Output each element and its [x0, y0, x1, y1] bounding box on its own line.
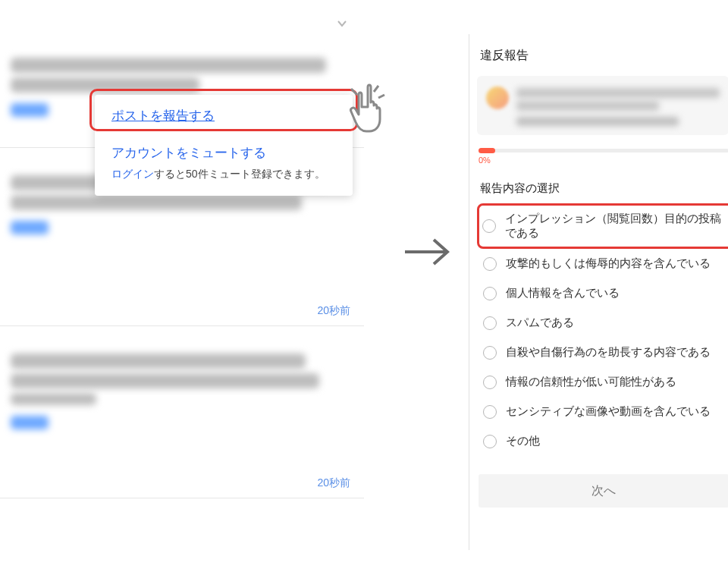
report-option-offensive[interactable]: 攻撃的もしくは侮辱的内容を含んでいる: [479, 249, 728, 278]
report-post-link[interactable]: ポストを報告する: [111, 108, 215, 123]
feed-column: 20秒前 20秒前 ポストを報告する アカウントをミュートする ログインすると5…: [0, 0, 364, 569]
report-option-label: 攻撃的もしくは侮辱的内容を含んでいる: [506, 256, 711, 271]
report-option-personal-info[interactable]: 個人情報を含んでいる: [479, 278, 728, 308]
report-option-label: 情報の信頼性が低い可能性がある: [506, 375, 676, 389]
progress-bar: 0%: [479, 149, 728, 165]
next-button[interactable]: 次へ: [479, 474, 728, 508]
mute-account-title: アカウントをミュートする: [111, 144, 339, 162]
radio-icon[interactable]: [483, 287, 497, 300]
chevron-down-icon[interactable]: [337, 18, 347, 29]
report-reason-options: インプレッション（閲覧回数）目的の投稿である 攻撃的もしくは侮辱的内容を含んでい…: [479, 203, 728, 456]
radio-icon[interactable]: [483, 346, 497, 360]
report-option-label: 個人情報を含んでいる: [506, 286, 620, 300]
report-option-sensitive-media[interactable]: センシティブな画像や動画を含んでいる: [479, 397, 728, 426]
arrow-right-icon: [402, 235, 455, 272]
svg-line-2: [378, 95, 384, 98]
section-label: 報告内容の選択: [480, 181, 728, 196]
report-option-label: スパムである: [506, 316, 574, 330]
report-option-label: センシティブな画像や動画を含んでいる: [506, 404, 711, 419]
report-option-label: 自殺や自傷行為のを助長する内容である: [506, 345, 711, 360]
report-option-low-credibility[interactable]: 情報の信頼性が低い可能性がある: [479, 367, 728, 397]
radio-icon[interactable]: [483, 435, 497, 448]
report-option-other[interactable]: その他: [479, 426, 728, 456]
feed-item: 20秒前: [0, 326, 364, 498]
avatar: [486, 86, 509, 109]
report-option-self-harm[interactable]: 自殺や自傷行為のを助長する内容である: [479, 338, 728, 367]
radio-icon[interactable]: [483, 376, 497, 389]
radio-icon[interactable]: [483, 316, 497, 330]
progress-label: 0%: [479, 156, 728, 165]
post-actions-dropdown: ポストを報告する アカウントをミュートする ログインすると50件ミュート登録でき…: [95, 95, 353, 196]
report-option-spam[interactable]: スパムである: [479, 308, 728, 338]
report-option-label: インプレッション（閲覧回数）目的の投稿である: [505, 212, 728, 240]
report-option-impression[interactable]: インプレッション（閲覧回数）目的の投稿である: [477, 203, 728, 249]
timestamp: 20秒前: [317, 476, 350, 490]
report-option-label: その他: [506, 434, 540, 448]
mute-account-description: ログインすると50件ミュート登録できます。: [111, 166, 339, 182]
login-link[interactable]: ログイン: [111, 168, 154, 180]
report-panel-title: 違反報告: [469, 34, 728, 76]
radio-icon[interactable]: [482, 219, 496, 233]
mute-account-item[interactable]: アカウントをミュートする ログインすると50件ミュート登録できます。: [95, 137, 353, 196]
reported-post-preview: [477, 76, 728, 135]
timestamp: 20秒前: [317, 304, 350, 318]
svg-line-1: [374, 86, 378, 92]
report-post-item[interactable]: ポストを報告する: [95, 95, 353, 137]
radio-icon[interactable]: [483, 405, 497, 419]
report-panel: 違反報告 0% 報告内容の選択 インプレッション（閲覧回数）目的の投稿である 攻…: [469, 34, 728, 550]
pointer-hand-icon: [345, 80, 398, 140]
svg-line-0: [351, 89, 357, 95]
radio-icon[interactable]: [483, 257, 497, 271]
